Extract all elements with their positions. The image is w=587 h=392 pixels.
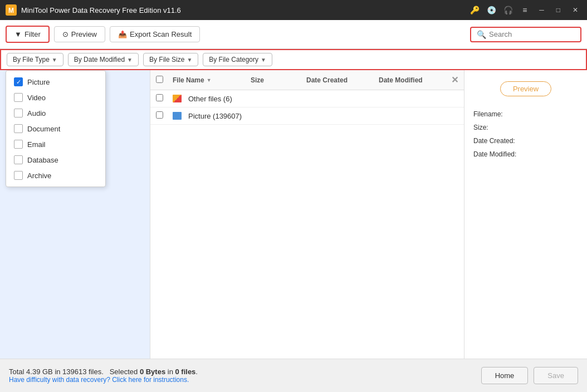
filter-button[interactable]: ▼ Filter	[6, 26, 50, 43]
restore-button[interactable]: □	[553, 6, 564, 14]
export-button[interactable]: 📤 Export Scan Result	[110, 26, 200, 42]
search-icon: 🔍	[477, 30, 486, 39]
row-name: Other files (6)	[173, 95, 258, 103]
col-size-header: Size	[251, 76, 306, 84]
document-label: Document	[27, 125, 60, 133]
size-label: Size:	[473, 121, 578, 134]
database-checkbox[interactable]	[14, 155, 23, 164]
headphone-icon[interactable]: 🎧	[502, 4, 513, 16]
row-check	[156, 94, 173, 103]
table-row[interactable]: Other files (6)	[150, 90, 464, 107]
col-created-header: Date Created	[306, 76, 379, 84]
date-modified-label: Date Modified:	[473, 148, 578, 161]
row-checkbox[interactable]	[156, 111, 163, 119]
filter-label: Filter	[25, 30, 41, 38]
select-all-checkbox[interactable]	[156, 76, 163, 83]
file-list: File Name ▼ Size Date Created Date Modif…	[150, 70, 464, 359]
file-list-header: File Name ▼ Size Date Created Date Modif…	[150, 70, 464, 90]
save-button[interactable]: Save	[534, 367, 578, 384]
document-checkbox[interactable]	[14, 124, 23, 133]
toolbar: ▼ Filter ⊙ Preview 📤 Export Scan Result …	[0, 20, 587, 49]
preview-metadata: Filename: Size: Date Created: Date Modif…	[473, 107, 578, 161]
col-name-header: File Name ▼	[173, 76, 251, 84]
app-icon: M	[6, 4, 17, 16]
menu-icon[interactable]: ≡	[519, 4, 530, 16]
export-label: Export Scan Result	[130, 30, 192, 38]
left-panel: ✓ Picture Video Audio Document Email	[0, 70, 150, 359]
row-checkbox[interactable]	[156, 94, 163, 101]
statusbar: Total 4.39 GB in 139613 files. Selected …	[0, 359, 587, 392]
help-link[interactable]: Have difficulty with data recovery? Clic…	[9, 376, 481, 384]
video-label: Video	[27, 94, 46, 102]
list-item[interactable]: ✓ Picture	[6, 74, 105, 90]
close-button[interactable]: ✕	[569, 6, 581, 14]
minimize-button[interactable]: ─	[536, 6, 547, 14]
status-buttons: Home Save	[481, 367, 578, 384]
close-panel-button[interactable]: ✕	[451, 75, 458, 85]
filename-label: Filename:	[473, 107, 578, 121]
search-box: 🔍	[470, 27, 581, 42]
archive-label: Archive	[27, 171, 51, 180]
header-check	[156, 76, 173, 85]
home-button[interactable]: Home	[481, 367, 529, 384]
file-type-dropdown: ✓ Picture Video Audio Document Email	[6, 70, 106, 187]
preview-label: Preview	[71, 30, 97, 38]
list-item[interactable]: Document	[6, 121, 105, 136]
by-file-type-button[interactable]: By File Type ▼	[7, 53, 63, 66]
by-file-size-button[interactable]: By File Size ▼	[143, 53, 198, 66]
video-checkbox[interactable]	[14, 93, 23, 102]
list-item[interactable]: Archive	[6, 168, 105, 183]
audio-checkbox[interactable]	[14, 109, 23, 117]
titlebar: M MiniTool Power Data Recovery Free Edit…	[0, 0, 587, 20]
other-files-icon	[173, 95, 183, 102]
email-checkbox[interactable]	[14, 140, 23, 149]
key-icon[interactable]: 🔑	[469, 4, 480, 16]
export-icon: 📤	[118, 30, 127, 38]
by-file-category-button[interactable]: By File Category ▼	[203, 53, 272, 66]
chevron-down-icon: ▼	[52, 57, 57, 63]
list-item[interactable]: Email	[6, 136, 105, 152]
status-info: Total 4.39 GB in 139613 files. Selected …	[9, 367, 481, 384]
chevron-down-icon: ▼	[261, 57, 266, 63]
chevron-down-icon: ▼	[127, 57, 133, 63]
filterbar: By File Type ▼ By Date Modified ▼ By Fil…	[0, 49, 587, 70]
cd-icon[interactable]: 💿	[486, 4, 497, 16]
picture-checkbox[interactable]: ✓	[14, 77, 23, 86]
file-list-body: Other files (6) Picture (139607)	[150, 90, 464, 359]
preview-panel: Preview Filename: Size: Date Created: Da…	[464, 70, 587, 359]
table-row[interactable]: Picture (139607)	[150, 107, 464, 125]
audio-label: Audio	[27, 109, 46, 117]
row-check	[156, 111, 173, 120]
date-created-label: Date Created:	[473, 134, 578, 148]
row-name: Picture (139607)	[173, 112, 258, 120]
status-selected: Selected 0 Bytes in 0 files.	[110, 367, 198, 376]
app-title: MiniTool Power Data Recovery Free Editio…	[21, 6, 469, 14]
titlebar-icons: 🔑 💿 🎧 ≡ ─ □ ✕	[469, 4, 581, 16]
list-item[interactable]: Database	[6, 152, 105, 168]
picture-label: Picture	[27, 78, 50, 86]
sort-icon: ▼	[207, 77, 212, 83]
by-date-modified-button[interactable]: By Date Modified ▼	[68, 53, 139, 66]
preview-button[interactable]: Preview	[500, 81, 551, 96]
preview-button[interactable]: ⊙ Preview	[54, 26, 105, 42]
database-label: Database	[27, 156, 58, 164]
main-area: ✓ Picture Video Audio Document Email	[0, 70, 587, 359]
search-input[interactable]	[489, 30, 575, 38]
status-total: Total 4.39 GB in 139613 files. Selected …	[9, 367, 481, 376]
picture-icon	[173, 112, 183, 120]
svg-text:M: M	[8, 7, 14, 14]
chevron-down-icon: ▼	[187, 57, 192, 63]
filter-icon: ▼	[14, 30, 22, 38]
archive-checkbox[interactable]	[14, 171, 23, 180]
list-item[interactable]: Audio	[6, 105, 105, 121]
col-modified-header: Date Modified	[379, 76, 451, 84]
preview-icon: ⊙	[62, 30, 69, 38]
email-label: Email	[27, 140, 46, 149]
list-item[interactable]: Video	[6, 90, 105, 105]
